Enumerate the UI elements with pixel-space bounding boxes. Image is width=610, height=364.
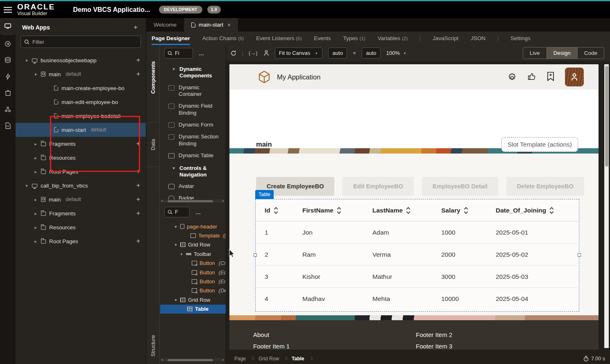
user-avatar[interactable] — [565, 68, 584, 86]
tab-settings[interactable]: Settings — [510, 32, 531, 45]
services-icon[interactable] — [0, 36, 16, 52]
structure-overflow-icon[interactable]: … — [195, 209, 202, 215]
code-mode-button[interactable]: Code — [578, 47, 604, 59]
tab-action-chains[interactable]: Action Chains(5) — [202, 32, 244, 45]
chevron-down-icon[interactable]: ▾ — [34, 72, 38, 77]
footer-link-about[interactable]: About — [253, 331, 269, 338]
add-icon[interactable]: + — [136, 237, 140, 245]
chevron-down-icon[interactable]: ▾ — [25, 183, 29, 188]
add-icon[interactable]: + — [136, 140, 140, 147]
chevron-right-icon[interactable]: ▸ — [34, 239, 38, 244]
tab-structure[interactable]: Structure — [146, 323, 160, 364]
zoom-select[interactable]: 100% ▾ — [386, 50, 407, 56]
table-row[interactable]: 4MadhavMehta100002025-05-04 — [256, 288, 579, 310]
bookmark-add-icon[interactable] — [547, 72, 554, 82]
tree-item-flow[interactable]: ▸ maindefault + — [16, 192, 146, 206]
chevron-right-icon[interactable]: ▸ — [34, 156, 38, 160]
breadcrumb-table[interactable]: Table — [288, 356, 307, 362]
selection-handle-left[interactable] — [254, 253, 257, 257]
tree-item-folder[interactable]: ▸ Resources — [16, 220, 146, 234]
table-row[interactable]: 2RamVerma20002025-05-02 — [256, 244, 579, 266]
tree-item-page[interactable]: main-edit-employee-bo — [16, 95, 146, 109]
design-mode-button[interactable]: Design — [547, 47, 578, 59]
add-icon[interactable]: + — [136, 210, 140, 217]
component-dynamic-container[interactable]: Dynamic Container — [160, 82, 226, 101]
live-binding-icon[interactable]: (→) — [249, 50, 258, 56]
tab-welcome[interactable]: Welcome — [146, 18, 184, 32]
chevron-right-icon[interactable]: ▸ — [34, 211, 38, 216]
tree-item-page-selected[interactable]: main-startdefault — [16, 123, 146, 137]
column-header-lastname[interactable]: LastName — [372, 207, 441, 214]
delete-employeebo-button[interactable]: Delete EmployeeBO — [506, 177, 584, 196]
components-horizontal-scrollbar[interactable]: ◂▸ — [160, 199, 225, 203]
live-mode-button[interactable]: Live — [523, 47, 547, 59]
employeebo-detail-button[interactable]: EmployeeBO Detail — [422, 177, 498, 196]
filter-box[interactable] — [20, 36, 141, 48]
refresh-icon[interactable] — [230, 50, 237, 57]
sort-icon[interactable] — [407, 208, 410, 213]
chevron-right-icon[interactable]: ▸ — [34, 225, 38, 230]
structure-node-button[interactable]: Button(Cre — [160, 259, 226, 268]
footer-link-item1[interactable]: Footer Item 1 — [253, 343, 290, 350]
app-settings-gear-icon[interactable] — [508, 72, 517, 82]
dependencies-icon[interactable] — [0, 101, 16, 118]
tree-item-app[interactable]: ▾ call_bip_from_vbcs + — [16, 179, 146, 192]
tree-item-folder[interactable]: ▸ Fragments + — [16, 137, 146, 151]
canvas-vertical-scrollbar[interactable] — [604, 64, 609, 348]
user-preview-icon[interactable] — [263, 50, 269, 56]
structure-search-input[interactable] — [175, 209, 185, 215]
add-icon[interactable]: + — [136, 70, 140, 78]
components-overflow-icon[interactable]: … — [199, 50, 205, 57]
add-icon[interactable]: + — [136, 168, 140, 175]
component-dynamic-section-binding[interactable]: Dynamic Section Binding — [160, 131, 226, 150]
tree-item-folder[interactable]: ▸ Root Pages + — [16, 234, 146, 248]
structure-node-button[interactable]: Button(Em — [160, 277, 226, 286]
fit-to-canvas-select[interactable]: Fit to Canvas ▾ — [275, 47, 323, 59]
footer-link-item2[interactable]: Footer Item 2 — [416, 331, 452, 338]
table-row[interactable]: 3KishorMathur30002025-05-03 — [256, 266, 579, 288]
close-tab-icon[interactable]: × — [227, 22, 231, 28]
chevron-right-icon[interactable]: ▸ — [34, 170, 38, 174]
tree-item-page[interactable]: main-employee-bodetail — [16, 109, 146, 123]
structure-node-grid-row[interactable]: ▾ Grid Row — [160, 295, 226, 304]
table-row[interactable]: 1JonAdam10002025-05-01 — [256, 222, 579, 244]
tab-event-listeners[interactable]: Event Listeners(5) — [256, 32, 302, 45]
chevron-down-icon[interactable]: ▾ — [25, 58, 29, 63]
web-apps-icon[interactable] — [0, 18, 16, 34]
component-badge[interactable]: Badge — [160, 192, 226, 199]
slot-template-placeholder[interactable]: Slot Template (actions) — [501, 137, 578, 152]
structure-node-table-selected[interactable]: Table — [160, 305, 226, 314]
actions-icon[interactable] — [0, 68, 16, 85]
structure-horizontal-scrollbar[interactable]: ◂▸ — [160, 358, 225, 362]
chevron-right-icon[interactable]: ▸ — [34, 197, 38, 202]
section-controls-navigation[interactable]: ▾ Controls & Navigation — [160, 162, 226, 181]
tab-page-designer[interactable]: Page Designer — [152, 32, 190, 45]
canvas-height-input[interactable] — [362, 47, 381, 59]
structure-search-box[interactable] — [164, 207, 190, 217]
tree-item-folder[interactable]: ▸ Resources — [16, 151, 146, 165]
canvas-width-input[interactable] — [328, 47, 347, 59]
tab-components[interactable]: Components — [146, 51, 160, 104]
tab-main-start[interactable]: main-start × — [184, 18, 238, 32]
section-dynamic-components[interactable]: ▾ Dynamic Components — [160, 63, 226, 82]
chevron-right-icon[interactable]: ▸ — [34, 142, 38, 146]
column-header-salary[interactable]: Salary — [441, 207, 496, 214]
sort-icon[interactable] — [274, 208, 277, 213]
tab-data[interactable]: Data — [146, 122, 160, 167]
component-dynamic-form[interactable]: Dynamic Form — [160, 119, 226, 131]
component-dynamic-table[interactable]: Dynamic Table — [160, 150, 226, 162]
structure-node-grid-row[interactable]: ▾ Grid Row — [160, 240, 226, 249]
thumbs-up-icon[interactable] — [527, 72, 536, 82]
tree-item-folder[interactable]: ▸ Fragments + — [16, 206, 146, 220]
components-search-input[interactable] — [175, 50, 188, 56]
edit-employeebo-button[interactable]: Edit EmployeeBO — [342, 177, 414, 196]
source-code-icon[interactable] — [0, 118, 16, 134]
tab-events[interactable]: Events — [314, 32, 331, 45]
tree-item-app[interactable]: ▾ businessobjectwebapp + — [16, 53, 146, 67]
components-search-box[interactable] — [164, 48, 193, 59]
column-header-date-of-joining[interactable]: Date_Of_Joining — [496, 207, 579, 214]
structure-node-page-header[interactable]: ▾ page-header — [160, 222, 226, 231]
structure-node-toolbar[interactable]: ▾ Toolbar — [160, 249, 226, 258]
breadcrumb-page[interactable]: Page — [231, 356, 249, 362]
filter-input[interactable] — [32, 39, 114, 45]
